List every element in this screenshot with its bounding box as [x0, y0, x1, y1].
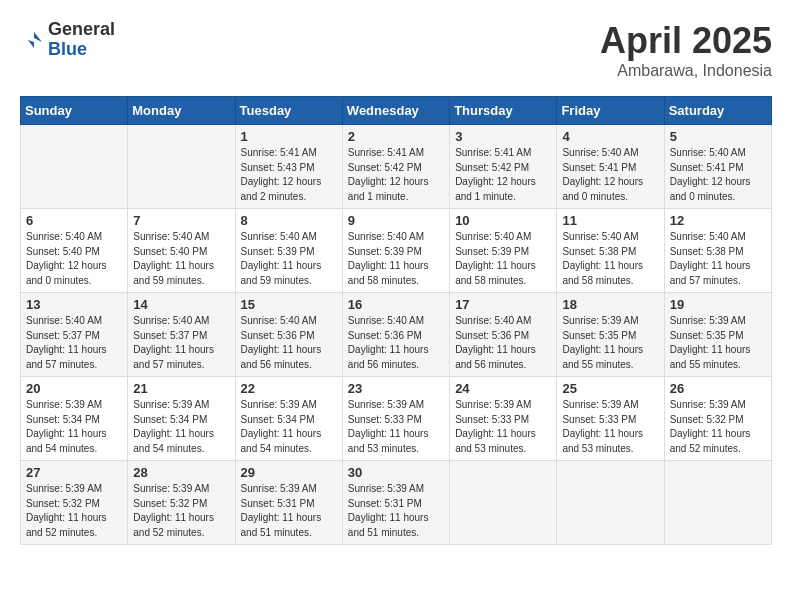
day-number: 16 — [348, 297, 444, 312]
calendar-cell: 7Sunrise: 5:40 AM Sunset: 5:40 PM Daylig… — [128, 209, 235, 293]
day-info: Sunrise: 5:40 AM Sunset: 5:38 PM Dayligh… — [562, 230, 658, 288]
calendar-cell — [450, 461, 557, 545]
day-number: 23 — [348, 381, 444, 396]
calendar-cell: 20Sunrise: 5:39 AM Sunset: 5:34 PM Dayli… — [21, 377, 128, 461]
weekday-header-thursday: Thursday — [450, 97, 557, 125]
day-number: 8 — [241, 213, 337, 228]
day-info: Sunrise: 5:40 AM Sunset: 5:40 PM Dayligh… — [133, 230, 229, 288]
day-info: Sunrise: 5:39 AM Sunset: 5:32 PM Dayligh… — [26, 482, 122, 540]
page-header: General Blue April 2025 Ambarawa, Indone… — [20, 20, 772, 80]
calendar-table: SundayMondayTuesdayWednesdayThursdayFrid… — [20, 96, 772, 545]
calendar-cell: 4Sunrise: 5:40 AM Sunset: 5:41 PM Daylig… — [557, 125, 664, 209]
day-info: Sunrise: 5:39 AM Sunset: 5:31 PM Dayligh… — [241, 482, 337, 540]
calendar-week-row: 27Sunrise: 5:39 AM Sunset: 5:32 PM Dayli… — [21, 461, 772, 545]
day-info: Sunrise: 5:39 AM Sunset: 5:33 PM Dayligh… — [562, 398, 658, 456]
day-number: 12 — [670, 213, 766, 228]
day-number: 30 — [348, 465, 444, 480]
day-info: Sunrise: 5:40 AM Sunset: 5:39 PM Dayligh… — [455, 230, 551, 288]
day-number: 18 — [562, 297, 658, 312]
day-info: Sunrise: 5:40 AM Sunset: 5:37 PM Dayligh… — [133, 314, 229, 372]
day-number: 25 — [562, 381, 658, 396]
day-info: Sunrise: 5:39 AM Sunset: 5:33 PM Dayligh… — [348, 398, 444, 456]
logo: General Blue — [20, 20, 115, 60]
day-number: 4 — [562, 129, 658, 144]
day-info: Sunrise: 5:40 AM Sunset: 5:36 PM Dayligh… — [455, 314, 551, 372]
day-number: 15 — [241, 297, 337, 312]
weekday-header-saturday: Saturday — [664, 97, 771, 125]
day-info: Sunrise: 5:39 AM Sunset: 5:33 PM Dayligh… — [455, 398, 551, 456]
day-info: Sunrise: 5:40 AM Sunset: 5:38 PM Dayligh… — [670, 230, 766, 288]
day-number: 21 — [133, 381, 229, 396]
day-info: Sunrise: 5:40 AM Sunset: 5:39 PM Dayligh… — [241, 230, 337, 288]
calendar-cell: 22Sunrise: 5:39 AM Sunset: 5:34 PM Dayli… — [235, 377, 342, 461]
calendar-cell: 25Sunrise: 5:39 AM Sunset: 5:33 PM Dayli… — [557, 377, 664, 461]
calendar-cell: 19Sunrise: 5:39 AM Sunset: 5:35 PM Dayli… — [664, 293, 771, 377]
day-info: Sunrise: 5:40 AM Sunset: 5:41 PM Dayligh… — [562, 146, 658, 204]
weekday-header-wednesday: Wednesday — [342, 97, 449, 125]
calendar-week-row: 1Sunrise: 5:41 AM Sunset: 5:43 PM Daylig… — [21, 125, 772, 209]
day-number: 17 — [455, 297, 551, 312]
calendar-cell: 18Sunrise: 5:39 AM Sunset: 5:35 PM Dayli… — [557, 293, 664, 377]
calendar-week-row: 20Sunrise: 5:39 AM Sunset: 5:34 PM Dayli… — [21, 377, 772, 461]
day-number: 19 — [670, 297, 766, 312]
calendar-header: SundayMondayTuesdayWednesdayThursdayFrid… — [21, 97, 772, 125]
calendar-cell: 30Sunrise: 5:39 AM Sunset: 5:31 PM Dayli… — [342, 461, 449, 545]
calendar-cell: 17Sunrise: 5:40 AM Sunset: 5:36 PM Dayli… — [450, 293, 557, 377]
day-info: Sunrise: 5:40 AM Sunset: 5:37 PM Dayligh… — [26, 314, 122, 372]
day-number: 11 — [562, 213, 658, 228]
svg-marker-0 — [28, 32, 42, 48]
calendar-cell: 26Sunrise: 5:39 AM Sunset: 5:32 PM Dayli… — [664, 377, 771, 461]
calendar-cell: 16Sunrise: 5:40 AM Sunset: 5:36 PM Dayli… — [342, 293, 449, 377]
day-number: 27 — [26, 465, 122, 480]
calendar-cell — [557, 461, 664, 545]
day-info: Sunrise: 5:41 AM Sunset: 5:42 PM Dayligh… — [348, 146, 444, 204]
calendar-cell: 15Sunrise: 5:40 AM Sunset: 5:36 PM Dayli… — [235, 293, 342, 377]
calendar-body: 1Sunrise: 5:41 AM Sunset: 5:43 PM Daylig… — [21, 125, 772, 545]
day-info: Sunrise: 5:40 AM Sunset: 5:40 PM Dayligh… — [26, 230, 122, 288]
day-info: Sunrise: 5:39 AM Sunset: 5:34 PM Dayligh… — [133, 398, 229, 456]
calendar-cell: 5Sunrise: 5:40 AM Sunset: 5:41 PM Daylig… — [664, 125, 771, 209]
day-number: 29 — [241, 465, 337, 480]
day-info: Sunrise: 5:40 AM Sunset: 5:36 PM Dayligh… — [241, 314, 337, 372]
day-info: Sunrise: 5:40 AM Sunset: 5:36 PM Dayligh… — [348, 314, 444, 372]
calendar-cell: 27Sunrise: 5:39 AM Sunset: 5:32 PM Dayli… — [21, 461, 128, 545]
weekday-header-friday: Friday — [557, 97, 664, 125]
day-number: 9 — [348, 213, 444, 228]
weekday-header-sunday: Sunday — [21, 97, 128, 125]
day-info: Sunrise: 5:41 AM Sunset: 5:43 PM Dayligh… — [241, 146, 337, 204]
day-number: 26 — [670, 381, 766, 396]
day-number: 22 — [241, 381, 337, 396]
day-number: 7 — [133, 213, 229, 228]
weekday-header-tuesday: Tuesday — [235, 97, 342, 125]
day-info: Sunrise: 5:40 AM Sunset: 5:39 PM Dayligh… — [348, 230, 444, 288]
calendar-cell: 8Sunrise: 5:40 AM Sunset: 5:39 PM Daylig… — [235, 209, 342, 293]
calendar-cell: 6Sunrise: 5:40 AM Sunset: 5:40 PM Daylig… — [21, 209, 128, 293]
logo-text: General Blue — [48, 20, 115, 60]
calendar-cell: 28Sunrise: 5:39 AM Sunset: 5:32 PM Dayli… — [128, 461, 235, 545]
day-number: 3 — [455, 129, 551, 144]
calendar-cell — [128, 125, 235, 209]
day-info: Sunrise: 5:39 AM Sunset: 5:35 PM Dayligh… — [562, 314, 658, 372]
calendar-cell: 23Sunrise: 5:39 AM Sunset: 5:33 PM Dayli… — [342, 377, 449, 461]
day-number: 2 — [348, 129, 444, 144]
calendar-cell: 9Sunrise: 5:40 AM Sunset: 5:39 PM Daylig… — [342, 209, 449, 293]
day-info: Sunrise: 5:39 AM Sunset: 5:34 PM Dayligh… — [26, 398, 122, 456]
calendar-cell: 24Sunrise: 5:39 AM Sunset: 5:33 PM Dayli… — [450, 377, 557, 461]
calendar-cell: 14Sunrise: 5:40 AM Sunset: 5:37 PM Dayli… — [128, 293, 235, 377]
calendar-cell: 21Sunrise: 5:39 AM Sunset: 5:34 PM Dayli… — [128, 377, 235, 461]
weekday-header-row: SundayMondayTuesdayWednesdayThursdayFrid… — [21, 97, 772, 125]
day-number: 14 — [133, 297, 229, 312]
logo-general-text: General — [48, 20, 115, 40]
calendar-cell: 3Sunrise: 5:41 AM Sunset: 5:42 PM Daylig… — [450, 125, 557, 209]
day-number: 10 — [455, 213, 551, 228]
logo-icon — [20, 28, 44, 52]
calendar-cell: 13Sunrise: 5:40 AM Sunset: 5:37 PM Dayli… — [21, 293, 128, 377]
day-info: Sunrise: 5:39 AM Sunset: 5:31 PM Dayligh… — [348, 482, 444, 540]
title-block: April 2025 Ambarawa, Indonesia — [600, 20, 772, 80]
calendar-cell: 29Sunrise: 5:39 AM Sunset: 5:31 PM Dayli… — [235, 461, 342, 545]
calendar-cell: 11Sunrise: 5:40 AM Sunset: 5:38 PM Dayli… — [557, 209, 664, 293]
day-number: 1 — [241, 129, 337, 144]
calendar-week-row: 6Sunrise: 5:40 AM Sunset: 5:40 PM Daylig… — [21, 209, 772, 293]
day-info: Sunrise: 5:40 AM Sunset: 5:41 PM Dayligh… — [670, 146, 766, 204]
day-number: 5 — [670, 129, 766, 144]
